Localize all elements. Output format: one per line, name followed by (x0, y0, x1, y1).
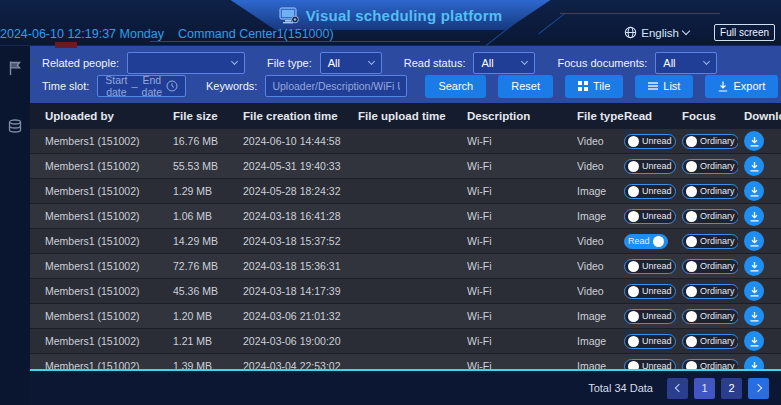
read-toggle[interactable]: Unread (624, 309, 676, 324)
reset-button[interactable]: Reset (498, 75, 553, 98)
download-button[interactable] (744, 181, 764, 201)
fullscreen-button[interactable]: Full screen (714, 24, 775, 41)
chevron-down-icon (703, 58, 710, 65)
export-button[interactable]: Export (705, 75, 778, 98)
tile-button[interactable]: Tile (565, 75, 623, 98)
toggle-knob (628, 286, 639, 297)
read-toggle-label: Unread (642, 336, 672, 346)
table-row: Members1 (151002) 1.20 MB 2024-03-06 21:… (30, 304, 781, 329)
flag-icon[interactable] (7, 60, 23, 76)
download-icon (749, 161, 760, 172)
toggle-knob (628, 261, 639, 272)
related-people-select[interactable] (127, 52, 245, 74)
file-size-cell: 14.29 MB (173, 235, 243, 247)
focus-documents-label: Focus documents: (557, 57, 647, 69)
download-button[interactable] (744, 131, 764, 151)
focus-toggle[interactable]: Ordinary (682, 134, 738, 149)
read-toggle[interactable]: Unread (624, 209, 676, 224)
read-toggle[interactable]: Unread (624, 259, 676, 274)
file-creation-time-cell: 2024-03-06 19:00:20 (243, 335, 358, 347)
col-description: Description (467, 110, 577, 122)
download-icon (749, 236, 760, 247)
focus-toggle-label: Ordinary (700, 261, 735, 271)
focus-toggle[interactable]: Ordinary (682, 309, 738, 324)
toggle-knob (686, 361, 697, 370)
download-button[interactable] (744, 331, 764, 351)
toggle-knob (628, 211, 639, 222)
download-button[interactable] (744, 281, 764, 301)
table-row: Members1 (151002) 45.36 MB 2024-03-18 14… (30, 279, 781, 304)
file-creation-time-cell: 2024-06-10 14:44:58 (243, 135, 358, 147)
focus-toggle-label: Ordinary (700, 286, 735, 296)
uploaded-by-cell: Members1 (151002) (30, 135, 173, 147)
list-button[interactable]: List (635, 75, 693, 98)
chevron-down-icon (231, 58, 238, 65)
chevron-down-icon (368, 58, 375, 65)
read-toggle[interactable]: Unread (624, 159, 676, 174)
focus-toggle[interactable]: Ordinary (682, 334, 738, 349)
globe-icon (624, 26, 637, 39)
focus-toggle[interactable]: Ordinary (682, 259, 738, 274)
file-creation-time-cell: 2024-03-18 14:17:39 (243, 285, 358, 297)
bottom-bar: Total 34 Data 1 2 (0, 369, 781, 405)
file-type-cell: Video (577, 260, 624, 272)
download-button[interactable] (744, 231, 764, 251)
page-button-1[interactable]: 1 (694, 378, 715, 399)
focus-documents-select[interactable]: All (655, 52, 717, 74)
start-date-placeholder: Start date (105, 74, 127, 98)
download-button[interactable] (744, 156, 764, 176)
toggle-knob (686, 336, 697, 347)
focus-toggle[interactable]: Ordinary (682, 209, 738, 224)
focus-toggle[interactable]: Ordinary (682, 234, 738, 249)
table-row: Members1 (151002) 1.29 MB 2024-05-28 18:… (30, 179, 781, 204)
read-toggle[interactable]: Unread (624, 184, 676, 199)
table-row: Members1 (151002) 55.53 MB 2024-05-31 19… (30, 154, 781, 179)
layers-icon[interactable] (7, 118, 23, 134)
toggle-knob (686, 136, 697, 147)
language-selector[interactable]: English (624, 26, 689, 39)
prev-page-button[interactable] (667, 378, 688, 399)
command-center-name[interactable]: Command Center1(151000) (178, 27, 334, 41)
file-type-cell: Image (577, 360, 624, 369)
read-toggle[interactable]: Unread (624, 284, 676, 299)
keywords-label: Keywords: (206, 80, 257, 92)
download-icon (749, 261, 760, 272)
read-toggle[interactable]: Unread (624, 134, 676, 149)
toggle-knob (686, 161, 697, 172)
keywords-input[interactable] (265, 75, 407, 97)
read-toggle[interactable]: Read (624, 234, 668, 249)
chevron-down-icon (521, 58, 528, 65)
download-button[interactable] (744, 256, 764, 276)
page-button-2[interactable]: 2 (721, 378, 742, 399)
download-button[interactable] (744, 206, 764, 226)
toggle-knob (686, 311, 697, 322)
next-page-button[interactable] (748, 378, 769, 399)
decor-line (150, 41, 480, 42)
download-button[interactable] (744, 356, 764, 369)
read-status-label: Read status: (404, 57, 466, 69)
focus-documents-value: All (663, 57, 675, 69)
file-size-cell: 1.29 MB (173, 185, 243, 197)
decor-red-block (55, 42, 77, 48)
uploaded-by-cell: Members1 (151002) (30, 310, 173, 322)
grid-icon (578, 81, 588, 91)
read-toggle[interactable]: Unread (624, 334, 676, 349)
file-type-select[interactable]: All (320, 52, 382, 74)
description-cell: Wi-Fi (467, 310, 577, 322)
search-button[interactable]: Search (425, 75, 486, 98)
date-range-input[interactable]: Start date – End date (97, 75, 186, 97)
toggle-knob (628, 336, 639, 347)
focus-toggle[interactable]: Ordinary (682, 359, 738, 370)
read-toggle[interactable]: Unread (624, 359, 676, 370)
focus-toggle[interactable]: Ordinary (682, 184, 738, 199)
read-toggle-label: Unread (642, 286, 672, 296)
focus-toggle[interactable]: Ordinary (682, 159, 738, 174)
download-icon (749, 186, 760, 197)
clock-icon (166, 80, 178, 92)
toggle-knob (686, 286, 697, 297)
focus-toggle[interactable]: Ordinary (682, 284, 738, 299)
file-type-cell: Video (577, 285, 624, 297)
download-button[interactable] (744, 306, 764, 326)
focus-toggle-label: Ordinary (700, 361, 735, 369)
read-status-select[interactable]: All (473, 52, 535, 74)
